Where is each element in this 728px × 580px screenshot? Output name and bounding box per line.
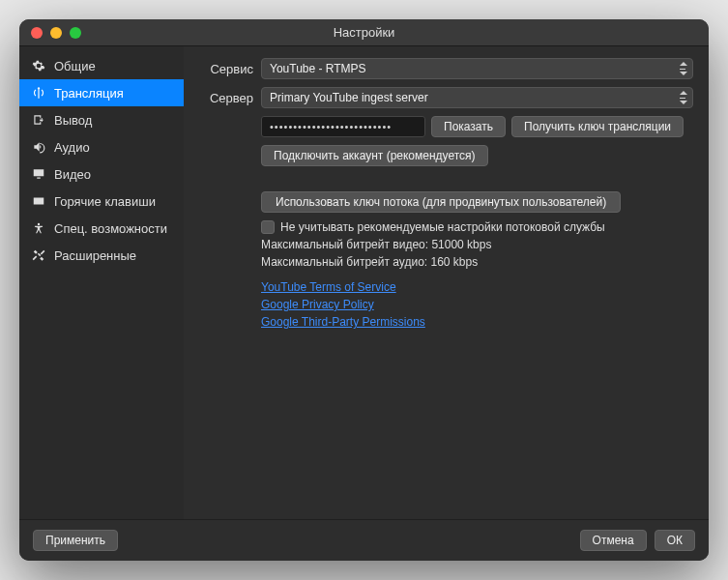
chevron-updown-icon — [680, 91, 687, 104]
service-value: YouTube - RTMPS — [270, 62, 366, 75]
sidebar-item-label: Видео — [54, 167, 91, 182]
stream-key-input[interactable]: •••••••••••••••••••••••••• — [261, 116, 425, 137]
speaker-icon — [31, 139, 46, 155]
chevron-updown-icon — [680, 62, 687, 75]
sidebar-item-general[interactable]: Общие — [19, 52, 184, 79]
window-title: Настройки — [19, 25, 709, 40]
server-select[interactable]: Primary YouTube ingest server — [261, 87, 693, 108]
connect-account-button[interactable]: Подключить аккаунт (рекомендуется) — [261, 145, 488, 166]
content-panel: Сервис YouTube - RTMPS Сервер Primary Yo… — [184, 46, 709, 519]
link-youtube-tos[interactable]: YouTube Terms of Service — [261, 278, 693, 296]
sidebar-item-label: Трансляция — [54, 86, 124, 101]
stream-key-mask: •••••••••••••••••••••••••• — [270, 121, 392, 132]
accessibility-icon — [31, 220, 46, 236]
link-google-privacy[interactable]: Google Privacy Policy — [261, 296, 693, 313]
sidebar-item-label: Вывод — [54, 113, 92, 128]
settings-window: Настройки Общие Трансляция Вывод — [19, 19, 709, 561]
ok-button[interactable]: ОК — [655, 530, 695, 551]
get-stream-key-button[interactable]: Получить ключ трансляции — [511, 116, 684, 137]
max-video-bitrate: Максимальный битрейт видео: 51000 kbps — [261, 238, 693, 251]
sidebar-item-advanced[interactable]: Расширенные — [19, 242, 184, 269]
apply-button[interactable]: Применить — [33, 530, 118, 551]
sidebar: Общие Трансляция Вывод Аудио — [19, 46, 184, 519]
use-stream-key-button[interactable]: Использовать ключ потока (для продвинуты… — [261, 191, 621, 213]
sidebar-item-label: Аудио — [54, 140, 90, 155]
service-label: Сервис — [193, 62, 253, 76]
sidebar-item-label: Общие — [54, 59, 96, 73]
cancel-button[interactable]: Отмена — [580, 530, 647, 551]
ignore-recommendations-checkbox[interactable] — [261, 220, 275, 234]
tools-icon — [31, 247, 46, 263]
close-icon[interactable] — [31, 27, 43, 39]
max-audio-bitrate: Максимальный битрейт аудио: 160 kbps — [261, 255, 693, 269]
footer: Применить Отмена ОК — [19, 519, 709, 561]
titlebar: Настройки — [19, 19, 709, 46]
ignore-recommendations-label: Не учитывать рекомендуемые настройки пот… — [280, 220, 605, 234]
sidebar-item-label: Горячие клавиши — [54, 194, 156, 209]
gear-icon — [31, 58, 46, 73]
window-controls — [31, 27, 81, 39]
links: YouTube Terms of Service Google Privacy … — [261, 278, 693, 331]
minimize-icon[interactable] — [50, 27, 62, 39]
maximize-icon[interactable] — [70, 27, 81, 39]
sidebar-item-audio[interactable]: Аудио — [19, 133, 184, 160]
link-google-thirdparty[interactable]: Google Third-Party Permissions — [261, 313, 693, 331]
server-value: Primary YouTube ingest server — [270, 91, 428, 104]
sidebar-item-accessibility[interactable]: Спец. возможности — [19, 215, 184, 242]
show-key-button[interactable]: Показать — [431, 116, 506, 137]
output-icon — [31, 112, 46, 128]
server-label: Сервер — [193, 91, 253, 105]
sidebar-item-label: Спец. возможности — [54, 221, 167, 236]
monitor-icon — [31, 166, 46, 182]
sidebar-item-hotkeys[interactable]: Горячие клавиши — [19, 188, 184, 215]
sidebar-item-label: Расширенные — [54, 248, 136, 263]
antenna-icon — [31, 85, 46, 101]
keyboard-icon — [31, 193, 46, 209]
service-select[interactable]: YouTube - RTMPS — [261, 58, 693, 79]
sidebar-item-stream[interactable]: Трансляция — [19, 79, 184, 106]
sidebar-item-video[interactable]: Видео — [19, 160, 184, 188]
sidebar-item-output[interactable]: Вывод — [19, 106, 184, 133]
